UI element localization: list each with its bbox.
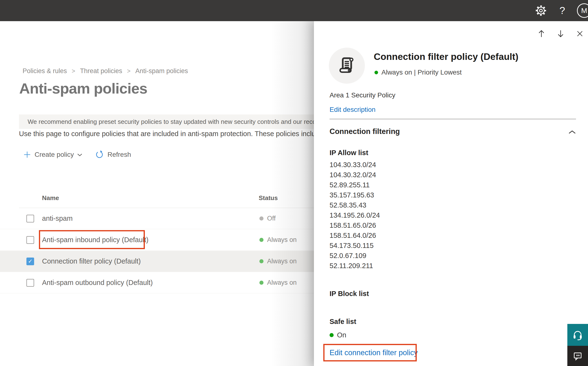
create-policy-button[interactable]: Create policy xyxy=(23,151,82,159)
ip-address: 104.30.32.0/24 xyxy=(330,170,380,180)
section-connection-filtering[interactable]: Connection filtering xyxy=(330,127,400,136)
safe-list-status: On xyxy=(330,331,346,339)
collapse-chevron-icon[interactable] xyxy=(568,130,576,134)
policy-name[interactable]: anti-spam xyxy=(42,214,73,222)
ip-address: 54.173.50.115 xyxy=(330,240,380,251)
status-dot xyxy=(259,259,264,263)
row-checkbox-checked[interactable] xyxy=(26,258,34,265)
ip-address: 35.157.195.63 xyxy=(330,190,380,200)
help-button[interactable]: ? xyxy=(557,5,568,16)
chevron-down-icon xyxy=(77,153,82,156)
user-avatar[interactable]: M xyxy=(577,3,588,18)
scroll-icon xyxy=(337,56,356,75)
ip-allow-list-heading: IP Allow list xyxy=(330,149,368,157)
ip-block-list-heading: IP Block list xyxy=(330,290,369,298)
ip-address: 158.51.64.0/26 xyxy=(330,230,380,240)
move-down-button[interactable] xyxy=(557,30,565,38)
table-row[interactable]: anti-spam Off xyxy=(0,208,314,229)
policy-avatar xyxy=(329,48,365,84)
page-description: Use this page to configure policies that… xyxy=(19,130,314,138)
app-window: ? M Policies & rules > Threat policies >… xyxy=(0,0,588,366)
row-checkbox[interactable] xyxy=(26,236,34,244)
column-header-name[interactable]: Name xyxy=(42,194,59,202)
breadcrumb-item-threat-policies[interactable]: Threat policies xyxy=(80,67,122,75)
policy-description: Area 1 Security Policy xyxy=(330,92,395,99)
ip-address: 52.89.255.11 xyxy=(330,180,380,190)
table-row[interactable]: Anti-spam inbound policy (Default) Alway… xyxy=(0,229,314,251)
refresh-label: Refresh xyxy=(107,151,131,159)
policy-details-flyout: Connection filter policy (Default) Alway… xyxy=(314,21,588,366)
chevron-right-icon: > xyxy=(127,68,131,75)
banner-text: We recommend enabling preset security po… xyxy=(28,118,314,126)
page-title: Anti-spam policies xyxy=(19,80,147,97)
create-policy-label: Create policy xyxy=(35,151,74,159)
ip-address: 52.58.35.43 xyxy=(330,200,380,210)
support-button[interactable] xyxy=(567,324,588,346)
headset-icon xyxy=(572,329,583,341)
ip-address: 52.0.67.109 xyxy=(330,251,380,261)
status-dot xyxy=(259,216,264,221)
chat-icon xyxy=(572,350,583,361)
policy-name[interactable]: Anti-spam outbound policy (Default) xyxy=(42,279,153,287)
breadcrumb: Policies & rules > Threat policies > Ant… xyxy=(22,67,188,75)
info-banner: We recommend enabling preset security po… xyxy=(19,114,314,129)
status-text: Off xyxy=(267,215,276,222)
refresh-icon xyxy=(95,150,104,159)
safe-list-heading: Safe list xyxy=(330,318,356,326)
policy-name[interactable]: Anti-spam inbound policy (Default) xyxy=(42,236,148,244)
plus-icon xyxy=(23,151,31,159)
row-checkbox[interactable] xyxy=(26,279,34,287)
ip-allow-list: 104.30.33.0/24 104.30.32.0/24 52.89.255.… xyxy=(330,160,380,271)
main-content: Policies & rules > Threat policies > Ant… xyxy=(0,21,314,366)
table-row-selected[interactable]: Connection filter policy (Default) Alway… xyxy=(0,251,314,272)
ip-address: 134.195.26.0/24 xyxy=(330,210,380,220)
column-header-status[interactable]: Status xyxy=(259,194,278,202)
status-dot xyxy=(330,333,334,337)
refresh-button[interactable]: Refresh xyxy=(95,150,131,159)
status-dot xyxy=(259,238,264,242)
status-dot xyxy=(259,281,264,285)
feedback-button[interactable] xyxy=(567,346,588,366)
close-button[interactable] xyxy=(576,30,584,38)
breadcrumb-item-policies-rules[interactable]: Policies & rules xyxy=(22,67,67,75)
toolbar: Create policy Refresh xyxy=(23,150,131,160)
status-text: Always on xyxy=(267,279,297,286)
avatar-initial: M xyxy=(581,7,587,15)
row-checkbox[interactable] xyxy=(26,215,34,222)
edit-description-link[interactable]: Edit description xyxy=(330,106,375,114)
status-dot xyxy=(375,71,378,74)
ip-address: 104.30.33.0/24 xyxy=(330,160,380,170)
section-divider xyxy=(330,119,576,119)
question-mark-icon: ? xyxy=(559,5,565,16)
settings-button[interactable] xyxy=(535,5,546,16)
table-row[interactable]: Anti-spam outbound policy (Default) Alwa… xyxy=(0,272,314,293)
flyout-status-text: Always on | Priority Lowest xyxy=(382,69,462,76)
status-text: Always on xyxy=(267,236,297,244)
ip-address: 158.51.65.0/26 xyxy=(330,220,380,230)
edit-connection-filter-policy-link[interactable]: Edit connection filter policy xyxy=(330,348,418,357)
status-text: Always on xyxy=(267,258,297,265)
flyout-status: Always on | Priority Lowest xyxy=(375,69,462,76)
gear-icon xyxy=(535,5,546,16)
policy-name[interactable]: Connection filter policy (Default) xyxy=(42,257,141,265)
move-up-button[interactable] xyxy=(537,30,545,38)
chevron-right-icon: > xyxy=(72,68,75,75)
flyout-nav xyxy=(537,30,584,38)
breadcrumb-item-anti-spam-policies: Anti-spam policies xyxy=(135,67,188,75)
ip-address: 52.11.209.211 xyxy=(330,261,380,271)
flyout-title: Connection filter policy (Default) xyxy=(374,52,518,62)
top-bar: ? M xyxy=(0,0,588,21)
safe-list-status-text: On xyxy=(337,331,346,339)
